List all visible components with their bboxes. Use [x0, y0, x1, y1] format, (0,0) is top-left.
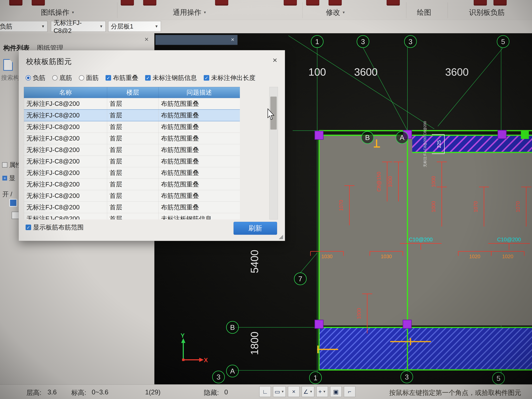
cell-issue[interactable]: 布筋范围重叠	[158, 133, 240, 144]
top-rebar-band	[412, 135, 532, 152]
toolbar-icon[interactable]	[329, 0, 342, 6]
corner-pick-button[interactable]: ⌐	[344, 386, 355, 397]
cell-floor[interactable]: 首层	[107, 144, 158, 156]
list-icon: ≡	[2, 176, 7, 181]
issue-row[interactable]: 无标注FJ-C8@200首层布筋范围重叠	[24, 167, 240, 179]
toolbar-icon[interactable]	[284, 0, 297, 6]
cell-floor[interactable]: 首层	[107, 167, 158, 179]
image-toggle-button[interactable]: ▣	[330, 386, 342, 397]
cell-issue[interactable]: 布筋范围重叠	[158, 167, 240, 179]
cell-name[interactable]: 无标注FJ-C8@200	[24, 98, 107, 110]
layer-dropdown[interactable]: 分层板1 ▼	[108, 21, 161, 32]
cell-floor[interactable]: 首层	[107, 156, 158, 167]
menu-drawing-ops[interactable]: 图纸操作▼	[41, 8, 75, 17]
ucs-button[interactable]: ∟	[259, 386, 271, 397]
cell-name[interactable]: 无标注FJ-C8@200	[24, 133, 107, 144]
close-icon[interactable]: ×	[272, 56, 277, 65]
point-snap-button[interactable]: +▼	[317, 386, 328, 397]
status-bar: 层高: 3.6 标高: 0~3.6 1(29) 隐藏: 0 ∟▭▼×∠▼+▼▣⌐…	[0, 384, 532, 399]
toolbar-icon[interactable]	[494, 0, 507, 6]
cell-floor[interactable]: 首层	[107, 202, 158, 213]
svg-text:A: A	[230, 367, 235, 375]
cell-issue[interactable]: 布筋范围重叠	[158, 156, 240, 167]
cell-name[interactable]: 无标注FJ-C8@200	[24, 121, 107, 133]
cell-floor[interactable]: 首层	[107, 213, 158, 220]
svg-text:7: 7	[298, 275, 302, 283]
toolbar-icon[interactable]	[215, 0, 228, 6]
issue-row[interactable]: 无标注FJ-C8@200首层未标注板钢筋信息	[24, 213, 240, 220]
toolbar-icon[interactable]	[32, 0, 45, 6]
cell-floor[interactable]: 首层	[107, 121, 158, 133]
cell-floor[interactable]: 首层	[107, 179, 158, 190]
visibility-checkbox-on[interactable]	[9, 199, 17, 207]
cell-name[interactable]: 无标注FJ-C8@200	[24, 179, 107, 190]
cell-issue[interactable]: 布筋范围重叠	[158, 190, 240, 202]
cell-name[interactable]: 无标注FJ-C8@200	[24, 213, 107, 220]
toolbar-icon[interactable]	[474, 0, 487, 6]
radio-bottom-rebar[interactable]: 底筋	[52, 74, 72, 82]
selection-mode-button[interactable]: ▭▼	[273, 386, 286, 397]
element-type-dropdown[interactable]: 板负筋 ▼	[0, 21, 48, 32]
cell-floor[interactable]: 首层	[107, 190, 158, 202]
cell-issue[interactable]: 布筋范围重叠	[158, 179, 240, 190]
radio-top-rebar[interactable]: 面筋	[79, 74, 99, 82]
menu-modify[interactable]: 修改▼	[326, 8, 345, 17]
filter-row: 负筋 底筋 面筋 布筋重叠 未标注钢筋信息 未标注伸出长度	[25, 74, 262, 82]
toolbar-icon[interactable]	[121, 0, 134, 6]
cell-floor[interactable]: 首层	[107, 98, 158, 110]
toolbar-icon[interactable]	[386, 0, 400, 6]
cell-issue[interactable]: 布筋范围重叠	[158, 202, 240, 213]
cell-name[interactable]: 无标注FJ-C8@200	[24, 144, 107, 156]
col-name[interactable]: 名称	[24, 87, 107, 98]
menu-general-ops[interactable]: 通用操作▼	[173, 8, 207, 17]
cell-name[interactable]: 无标注FJ-C8@200	[24, 156, 107, 167]
menu-identify-slab-rebar[interactable]: 识别板负筋	[469, 8, 505, 17]
cell-issue[interactable]: 布筋范围重叠	[158, 98, 240, 110]
angle-snap-button[interactable]: ∠▼	[302, 386, 314, 397]
table-scrollbar[interactable]	[269, 87, 278, 219]
visibility-checkbox-off[interactable]	[12, 212, 19, 219]
cell-name[interactable]: 无标注FJ-C8@200	[24, 109, 107, 121]
cell-issue[interactable]: 布筋范围重叠	[158, 109, 240, 121]
cell-name[interactable]: 无标注FJ-C8@200	[24, 202, 107, 213]
issue-row[interactable]: 无标注FJ-C8@200首层布筋范围重叠	[24, 133, 240, 144]
cell-floor[interactable]: 首层	[107, 133, 158, 144]
issue-row[interactable]: 无标注FJ-C8@200首层布筋范围重叠	[24, 109, 240, 121]
menu-draw[interactable]: 绘图	[417, 8, 431, 17]
cell-issue[interactable]: 未标注板钢筋信息	[158, 213, 240, 220]
close-icon[interactable]: ×	[145, 35, 149, 43]
issue-row[interactable]: 无标注FJ-C8@200首层布筋范围重叠	[24, 121, 240, 133]
issue-row[interactable]: 无标注FJ-C8@200首层布筋范围重叠	[24, 179, 240, 190]
issue-row[interactable]: 无标注FJ-C8@200首层布筋范围重叠	[24, 156, 240, 167]
cell-name[interactable]: 无标注FJ-C8@200	[24, 167, 107, 179]
radio-negative-rebar[interactable]: 负筋	[25, 74, 45, 82]
refresh-button[interactable]: 刷新	[234, 222, 277, 235]
cell-issue[interactable]: 布筋范围重叠	[158, 121, 240, 133]
cell-name[interactable]: 无标注FJ-C8@200	[24, 190, 107, 202]
selector-bar: 板负筋 ▼ 无标注FJ-C8@2 ▼ 分层板1 ▼	[0, 20, 532, 33]
toolbar-icon[interactable]	[9, 0, 22, 6]
issue-row[interactable]: 无标注FJ-C8@200首层布筋范围重叠	[24, 98, 240, 110]
cell-issue[interactable]: 布筋范围重叠	[158, 144, 240, 156]
cell-floor[interactable]: 首层	[107, 109, 158, 121]
issue-row[interactable]: 无标注FJ-C8@200首层布筋范围重叠	[24, 202, 240, 213]
col-floor[interactable]: 楼层	[107, 87, 158, 98]
search-input[interactable]: 搜索构件	[1, 74, 19, 82]
new-file-icon[interactable]	[3, 59, 13, 71]
rebar-dim-label: C8@150	[376, 172, 382, 192]
rebar-dropdown[interactable]: 无标注FJ-C8@2 ▼	[51, 21, 106, 32]
show-range-checkbox[interactable]: 显示板筋布筋范围	[25, 223, 84, 232]
clear-selection-button[interactable]: ×	[288, 386, 299, 397]
close-icon[interactable]: ×	[231, 36, 234, 43]
checkbox-unlabeled-info[interactable]: 未标注钢筋信息	[145, 74, 197, 82]
checkbox-overlap[interactable]: 布筋重叠	[106, 74, 138, 82]
display-section[interactable]: ≡ 显	[2, 174, 15, 182]
dim-label: 3600	[445, 66, 469, 78]
issue-row[interactable]: 无标注FJ-C8@200首层布筋范围重叠	[24, 144, 240, 156]
checkbox-unlabeled-length[interactable]: 未标注伸出长度	[204, 74, 255, 82]
issue-row[interactable]: 无标注FJ-C8@200首层布筋范围重叠	[24, 190, 240, 202]
toolbar-icon[interactable]	[306, 0, 319, 6]
toolbar-icon[interactable]	[143, 0, 156, 6]
resize-grip[interactable]: ◢	[279, 233, 283, 240]
col-issue[interactable]: 问题描述	[158, 87, 240, 98]
